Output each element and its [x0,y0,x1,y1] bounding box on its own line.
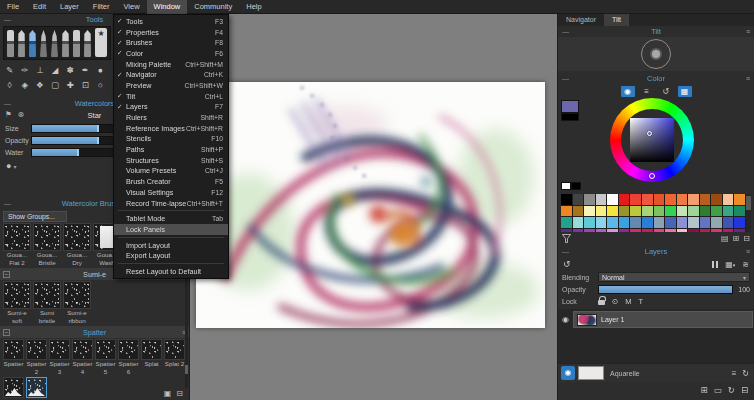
lock-t-button[interactable]: T [639,297,644,306]
crop-tool-icon[interactable]: ⊡ [78,80,93,90]
palette-swatch[interactable] [561,206,572,217]
brush-preset[interactable]: Splat 2 [164,339,185,375]
brush-preset[interactable]: Goua...Dry [63,223,91,266]
brush-thumbnail[interactable] [164,339,185,360]
palette-swatch[interactable] [573,229,584,233]
collapse-box-icon[interactable]: – [3,271,10,278]
pencil[interactable] [62,30,69,57]
palette-swatch[interactable] [619,229,630,233]
brush-thumbnail[interactable] [49,339,70,360]
color-palette-mode-button[interactable]: ▦ [678,86,692,97]
palette-swatch[interactable] [596,194,607,205]
menu-item-brush-creator[interactable]: Brush CreatorF5 [114,176,228,187]
brush-thumbnail[interactable] [33,281,61,309]
palette-swatch[interactable] [665,229,676,233]
opacity-slider[interactable] [598,285,733,294]
palette-swatch[interactable] [677,206,688,217]
palette-swatch[interactable] [723,194,734,205]
menu-item-volume-presets[interactable]: Volume PresetsCtrl+J [114,166,228,177]
marker[interactable] [73,30,80,57]
menu-item-reset-layout-to-default[interactable]: Reset Layout to Default [114,266,228,277]
water-drop-tool-icon[interactable]: ◊ [2,80,17,90]
paper-visibility-button[interactable]: ◉ [561,366,575,380]
palette-swatch[interactable] [688,217,699,228]
brush-preset[interactable]: Spatter2 [26,339,47,375]
duplicate-layer-icon[interactable]: ↻ [728,385,735,395]
palette-swatch[interactable] [734,217,745,228]
palette-swatch[interactable] [734,229,745,233]
menu-item-export-layout[interactable]: Export Layout [114,250,228,261]
color-history-button[interactable]: ↺ [659,86,673,97]
brush-thumbnail[interactable] [3,281,31,309]
brush-preset[interactable]: Goua...Bristle [33,223,61,266]
pause-diffusion-icon[interactable] [712,261,718,268]
menu-item-structures[interactable]: StructuresShift+S [114,155,228,166]
palette-list-icon[interactable]: ▤ [721,234,729,243]
liner-pen[interactable] [51,30,58,57]
menu-item-import-layout[interactable]: Import Layout [114,240,228,251]
palette-swatch[interactable] [700,206,711,217]
palette-swatch[interactable] [665,206,676,217]
palette-swatch[interactable] [654,194,665,205]
round-brush-selected[interactable] [29,30,36,57]
palette-swatch[interactable] [561,194,572,205]
hue-selector-dot[interactable] [649,173,655,179]
remove-swatch-icon[interactable]: ⊟ [743,234,750,243]
select-tool-icon[interactable]: ▢ [47,80,62,90]
brush-preset[interactable]: Spatter5 [95,339,116,375]
menu-item-navigator[interactable]: ✓NavigatorCtrl+K [114,69,228,80]
tilt-knob[interactable] [650,48,662,60]
menu-community[interactable]: Community [187,0,239,14]
brush-thumbnail[interactable] [95,339,116,360]
palette-swatch[interactable] [723,217,734,228]
palette-swatch[interactable] [642,194,653,205]
add-layer-icon[interactable]: ⊞ [701,385,708,395]
menu-item-visual-settings[interactable]: Visual SettingsF12 [114,187,228,198]
brush-thumbnail[interactable] [72,339,93,360]
tracing-icon[interactable]: ↺ [563,259,571,269]
star-stamp[interactable]: ★ [95,28,107,57]
mop-brush[interactable] [84,30,91,57]
brush-thumbnail[interactable] [3,377,24,398]
brush-preset[interactable]: Spatter4 [72,339,93,375]
menu-item-preview[interactable]: PreviewCtrl+Shift+W [114,80,228,91]
remove-layer-icon[interactable]: ⊟ [741,385,748,395]
palette-swatch[interactable] [723,229,734,233]
menu-item-record-time-lapse[interactable]: Record Time-lapseCtrl+Shift+T [114,198,228,209]
palette-swatch[interactable] [677,194,688,205]
canvas[interactable]: ★★★ ★★★ ★★★ ★ [196,82,545,328]
palette-swatch[interactable] [584,206,595,217]
brush-thumbnail[interactable] [63,281,91,309]
duplicate-brush-icon[interactable]: ▣ [164,389,172,398]
round-brush[interactable] [18,30,25,57]
palette-swatch[interactable] [607,194,618,205]
blending-dropdown[interactable]: Normal ▾ [598,272,750,282]
palette-swatch[interactable] [584,194,595,205]
dry-tool-icon[interactable]: ◈ [17,80,32,90]
menu-window[interactable]: Window [147,0,188,14]
add-group-icon[interactable]: ▭ [714,385,722,395]
menu-item-reference-images[interactable]: Reference ImagesCtrl+Shift+R [114,123,228,134]
brush-thumbnail[interactable] [118,339,139,360]
smudge-ring-tool-icon[interactable]: ○ [93,80,108,90]
menu-filter[interactable]: Filter [86,0,117,14]
menu-icon[interactable]: ≡ [746,246,750,257]
show-groups-button[interactable]: Show Groups... [3,211,67,222]
tilt-control[interactable] [558,37,754,71]
hue-wheel[interactable] [610,98,694,182]
brush-preset[interactable]: Sumibristle [33,281,61,324]
clear-icon[interactable]: ⊗ [18,110,24,119]
palette-swatch[interactable] [711,206,722,217]
palette-swatch[interactable] [630,206,641,217]
collapse-icon[interactable]: — [562,73,569,84]
brush-thumbnail[interactable] [63,223,91,251]
ink-pen-tool-icon[interactable]: ✒ [78,65,93,75]
black-swatch[interactable] [571,182,581,190]
palette-swatch[interactable] [630,229,641,233]
palette-swatch[interactable] [607,206,618,217]
menu-item-layers[interactable]: ✓LayersF7 [114,102,228,113]
white-swatch[interactable] [561,182,571,190]
color-wheel-mode-button[interactable]: ◉ [621,86,635,97]
layer-row[interactable]: ◉ Layer 1 [558,311,754,328]
brush-preset[interactable] [3,377,24,398]
